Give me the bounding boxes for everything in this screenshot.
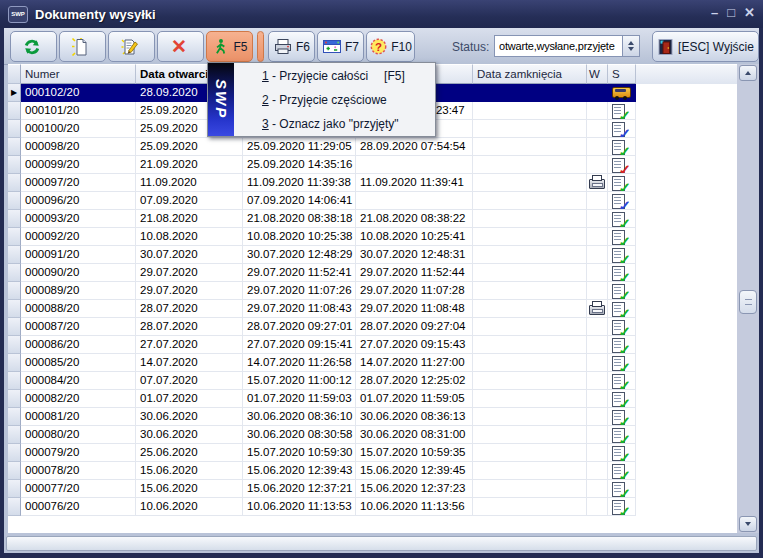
- cell-w[interactable]: [587, 282, 608, 300]
- cell-w[interactable]: [587, 498, 608, 516]
- cell-data-zamkniecia[interactable]: [473, 138, 587, 156]
- table-row[interactable]: 000082/2001.07.202001.07.2020 11:59:0301…: [8, 390, 737, 408]
- cell-data-zamkniecia[interactable]: [473, 192, 587, 210]
- cell-data-zamkniecia[interactable]: [473, 354, 587, 372]
- cell-data-otwarcia[interactable]: 01.07.2020: [136, 390, 243, 408]
- row-selector[interactable]: ▶: [8, 84, 21, 102]
- cell-col4[interactable]: 29.07.2020 11:52:44: [356, 264, 473, 282]
- cell-data-zamkniecia[interactable]: [473, 102, 587, 120]
- cell-numer[interactable]: 000087/20: [21, 318, 136, 336]
- cell-data-otwarcia[interactable]: 28.07.2020: [136, 318, 243, 336]
- cell-col4[interactable]: 10.06.2020 11:13:56: [356, 498, 473, 516]
- cell-data-otwarcia[interactable]: 21.08.2020: [136, 210, 243, 228]
- table-row[interactable]: 000092/2010.08.202010.08.2020 10:25:3810…: [8, 228, 737, 246]
- cell-w[interactable]: [587, 480, 608, 498]
- cell-numer[interactable]: 000096/20: [21, 192, 136, 210]
- cell-data-otwarcia[interactable]: 21.09.2020: [136, 156, 243, 174]
- header-data-zamkniecia[interactable]: Data zamknięcia: [473, 64, 587, 84]
- menu-item-2[interactable]: 2 - Przyjęcie częściowe: [234, 88, 435, 112]
- cell-col3[interactable]: 29.07.2020 11:08:43: [243, 300, 356, 318]
- row-selector[interactable]: [8, 444, 21, 462]
- cell-col3[interactable]: 30.07.2020 12:48:29: [243, 246, 356, 264]
- row-selector[interactable]: [8, 408, 21, 426]
- cell-data-zamkniecia[interactable]: [473, 282, 587, 300]
- cell-col4[interactable]: [356, 156, 473, 174]
- cell-data-otwarcia[interactable]: 07.09.2020: [136, 192, 243, 210]
- cell-data-otwarcia[interactable]: 27.07.2020: [136, 336, 243, 354]
- cell-col3[interactable]: 29.07.2020 11:07:26: [243, 282, 356, 300]
- cell-data-zamkniecia[interactable]: [473, 372, 587, 390]
- table-row[interactable]: 000080/2030.06.202030.06.2020 08:30:5830…: [8, 426, 737, 444]
- cell-w[interactable]: [587, 390, 608, 408]
- cell-col4[interactable]: 11.09.2020 11:39:41: [356, 174, 473, 192]
- cell-w[interactable]: [587, 120, 608, 138]
- cell-data-zamkniecia[interactable]: [473, 336, 587, 354]
- cell-data-zamkniecia[interactable]: [473, 426, 587, 444]
- cell-col4[interactable]: 30.07.2020 12:48:31: [356, 246, 473, 264]
- header-s[interactable]: S: [608, 64, 636, 84]
- cell-numer[interactable]: 000085/20: [21, 354, 136, 372]
- cell-w[interactable]: [587, 354, 608, 372]
- close-icon[interactable]: ✕: [744, 5, 755, 21]
- cell-s[interactable]: [608, 228, 636, 246]
- cell-col3[interactable]: 10.06.2020 11:13:53: [243, 498, 356, 516]
- scroll-down-button[interactable]: [739, 516, 757, 532]
- cell-numer[interactable]: 000090/20: [21, 264, 136, 282]
- table-row[interactable]: 000085/2014.07.202014.07.2020 11:26:5814…: [8, 354, 737, 372]
- cell-w[interactable]: [587, 462, 608, 480]
- cell-col3[interactable]: 01.07.2020 11:59:03: [243, 390, 356, 408]
- cell-data-zamkniecia[interactable]: [473, 156, 587, 174]
- cell-numer[interactable]: 000098/20: [21, 138, 136, 156]
- cell-w[interactable]: [587, 264, 608, 282]
- menu-item-3[interactable]: 3 - Oznacz jako "przyjęty": [234, 112, 435, 136]
- cell-s[interactable]: [608, 444, 636, 462]
- refresh-button[interactable]: [10, 31, 57, 62]
- cell-data-otwarcia[interactable]: 29.07.2020: [136, 264, 243, 282]
- cell-w[interactable]: [587, 300, 608, 318]
- cell-col4[interactable]: 27.07.2020 09:15:43: [356, 336, 473, 354]
- cell-col3[interactable]: 27.07.2020 09:15:41: [243, 336, 356, 354]
- edit-document-button[interactable]: [108, 31, 155, 62]
- cell-col4[interactable]: 30.06.2020 08:31:00: [356, 426, 473, 444]
- row-selector[interactable]: [8, 246, 21, 264]
- cell-col3[interactable]: 15.06.2020 12:39:43: [243, 462, 356, 480]
- cell-col4[interactable]: 28.07.2020 09:27:04: [356, 318, 473, 336]
- cell-col4[interactable]: 28.09.2020 07:54:54: [356, 138, 473, 156]
- cell-col3[interactable]: 15.07.2020 11:00:12: [243, 372, 356, 390]
- cell-w[interactable]: [587, 138, 608, 156]
- row-selector[interactable]: [8, 210, 21, 228]
- cell-col4[interactable]: 29.07.2020 11:08:48: [356, 300, 473, 318]
- status-spinner[interactable]: [622, 36, 639, 56]
- cell-col3[interactable]: 11.09.2020 11:39:38: [243, 174, 356, 192]
- cell-s[interactable]: [608, 336, 636, 354]
- cell-data-otwarcia[interactable]: 30.07.2020: [136, 246, 243, 264]
- cell-w[interactable]: [587, 246, 608, 264]
- cell-numer[interactable]: 000102/20: [21, 84, 136, 102]
- cell-s[interactable]: [608, 372, 636, 390]
- cell-data-zamkniecia[interactable]: [473, 462, 587, 480]
- cell-data-otwarcia[interactable]: 29.07.2020: [136, 282, 243, 300]
- cell-w[interactable]: [587, 192, 608, 210]
- table-row[interactable]: 000079/2025.06.202015.07.2020 10:59:3015…: [8, 444, 737, 462]
- row-selector[interactable]: [8, 318, 21, 336]
- cell-numer[interactable]: 000077/20: [21, 480, 136, 498]
- row-selector[interactable]: [8, 156, 21, 174]
- table-row[interactable]: 000087/2028.07.202028.07.2020 09:27:0128…: [8, 318, 737, 336]
- cell-data-zamkniecia[interactable]: [473, 480, 587, 498]
- cell-numer[interactable]: 000097/20: [21, 174, 136, 192]
- cell-col3[interactable]: 07.09.2020 14:06:41: [243, 192, 356, 210]
- cell-data-zamkniecia[interactable]: [473, 210, 587, 228]
- table-row[interactable]: 000084/2007.07.202015.07.2020 11:00:1228…: [8, 372, 737, 390]
- cell-data-zamkniecia[interactable]: [473, 264, 587, 282]
- row-selector[interactable]: [8, 138, 21, 156]
- cell-col4[interactable]: 15.06.2020 12:37:23: [356, 480, 473, 498]
- cell-col3[interactable]: 30.06.2020 08:30:58: [243, 426, 356, 444]
- row-selector[interactable]: [8, 282, 21, 300]
- header-numer[interactable]: Numer: [21, 64, 136, 84]
- cell-col4[interactable]: 21.08.2020 08:38:22: [356, 210, 473, 228]
- row-selector[interactable]: [8, 228, 21, 246]
- status-combobox[interactable]: otwarte,wysłane,przyjęte: [494, 35, 640, 57]
- cell-numer[interactable]: 000093/20: [21, 210, 136, 228]
- cell-s[interactable]: [608, 426, 636, 444]
- cell-numer[interactable]: 000099/20: [21, 156, 136, 174]
